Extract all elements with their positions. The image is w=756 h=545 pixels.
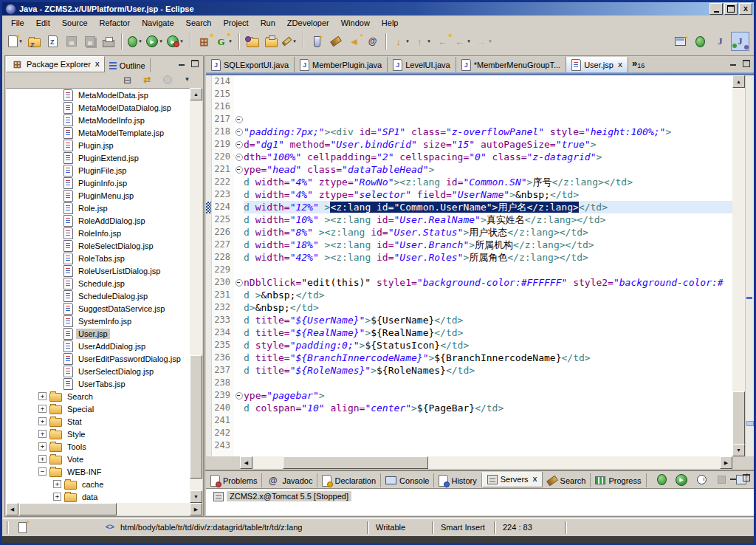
open-zcms-file-button[interactable]: Z	[25, 32, 44, 51]
code-line[interactable]: d title="${RealName}">${RealName}</td>	[244, 326, 732, 339]
code-line[interactable]: d title="${BranchInnercodeName}">${Branc…	[244, 352, 732, 364]
next-annotation-dropdown[interactable]: ▾	[405, 38, 410, 44]
tree-item-usertabs-jsp[interactable]: UserTabs.jsp	[6, 377, 190, 390]
tree-horizontal-scrollbar[interactable]: ◀ ▶	[6, 503, 202, 515]
zdeveloper-tool-button[interactable]: Z	[44, 32, 62, 51]
menu-zdeveloper[interactable]: ZDeveloper	[281, 17, 335, 29]
focus-filter-button[interactable]	[158, 70, 176, 89]
scroll-up-icon[interactable]: ▲	[190, 88, 202, 100]
menu-window[interactable]: Window	[335, 17, 376, 29]
scroll-right-icon[interactable]: ▶	[190, 503, 202, 515]
debug-dropdown[interactable]: ▾	[137, 38, 143, 44]
run-external-tools-dropdown[interactable]: ▾	[179, 38, 185, 44]
code-line[interactable]	[244, 113, 732, 126]
code-line[interactable]: d>&nbsp;</td>	[244, 301, 732, 314]
code-line[interactable]: d title="${RoleNames}">${RoleNames}</td>	[244, 364, 732, 377]
profile-server-button[interactable]	[693, 472, 711, 487]
fold-collapse-icon[interactable]	[236, 279, 243, 287]
previous-annotation-button[interactable]: ↑▾	[412, 32, 433, 51]
new-testcase-button[interactable]	[308, 32, 326, 51]
run-external-tools-button[interactable]: ▶▾	[165, 32, 186, 51]
menu-navigate[interactable]: Navigate	[136, 17, 179, 29]
editor-tab-levelui-java[interactable]: JLevelUI.java	[388, 57, 456, 72]
editor-maximize-button[interactable]	[740, 58, 752, 69]
tree-item-tools[interactable]: +Tools	[6, 440, 190, 453]
code-line[interactable]: dth="100%" cellpadding="2" cellspacing="…	[244, 151, 732, 163]
open-resource-button[interactable]	[262, 32, 281, 51]
debug-server-button[interactable]	[653, 472, 671, 487]
tree-item-cache[interactable]: +cache	[6, 478, 190, 490]
expand-toggle-icon[interactable]: +	[38, 442, 47, 450]
editor-tab-memberplugin-java[interactable]: JMemberPlugin.java	[295, 57, 388, 72]
tree-item-userselectdialog-jsp[interactable]: UserSelectDialog.jsp	[6, 365, 190, 377]
tree-item-roleselectdialog-jsp[interactable]: RoleSelectDialog.jsp	[6, 239, 190, 252]
expand-toggle-icon[interactable]: −	[38, 467, 47, 476]
scroll-thumb[interactable]	[190, 355, 202, 479]
code-line[interactable]: d style="padding:0;">${StatusIcon}</td>	[244, 339, 732, 352]
fold-collapse-icon[interactable]	[236, 116, 243, 123]
tree-item-roleuserlistdialog-jsp[interactable]: RoleUserListDialog.jsp	[6, 264, 190, 277]
tree-item-data[interactable]: +data	[6, 490, 190, 503]
code-line[interactable]	[244, 414, 732, 427]
close-icon[interactable]: X	[95, 61, 100, 68]
tree-item-roleadddialog-jsp[interactable]: RoleAddDialog.jsp	[6, 214, 190, 227]
tree-item-special[interactable]: +Special	[6, 402, 190, 415]
code-line[interactable]: ype="pagebar">	[244, 389, 732, 402]
view-tab-search[interactable]: Search	[543, 473, 591, 487]
tree-item-web-inf[interactable]: −WEB-INF	[6, 465, 190, 478]
window-minimize-button[interactable]	[709, 3, 723, 15]
code-line[interactable]: d width="18%" ><z:lang id="User.Branch">…	[244, 239, 732, 251]
view-tab-servers[interactable]: ServersX	[482, 472, 543, 487]
debug-button[interactable]: ▾	[126, 32, 145, 51]
next-annotation-button[interactable]: ↓▾	[391, 32, 412, 51]
expand-toggle-icon[interactable]: +	[38, 405, 47, 413]
last-edit-location-button[interactable]: ←	[433, 32, 452, 51]
fold-collapse-icon[interactable]	[236, 166, 243, 174]
menu-project[interactable]: Project	[217, 17, 254, 29]
scroll-right-icon[interactable]: ▶	[720, 456, 732, 469]
scroll-left-icon[interactable]: ◀	[6, 503, 18, 515]
new-announcement-button[interactable]: ◀	[345, 32, 363, 51]
save-button[interactable]	[62, 32, 80, 51]
menu-edit[interactable]: Edit	[30, 17, 56, 29]
tree-item-suggestdataservice-jsp[interactable]: SuggestDataService.jsp	[6, 302, 190, 315]
expand-toggle-icon[interactable]: +	[38, 417, 47, 425]
tree-item-stat[interactable]: +Stat	[6, 415, 190, 428]
back-dropdown[interactable]: ▾	[466, 38, 472, 44]
view-minimize-button[interactable]	[176, 58, 187, 69]
scroll-down-icon[interactable]: ▼	[190, 490, 202, 503]
view-tab-history[interactable]: History	[434, 473, 481, 487]
code-line[interactable]: d width="4%" ztype="selector" field="Use…	[244, 188, 732, 201]
menu-run[interactable]: Run	[255, 17, 281, 29]
java-perspective-button[interactable]: J	[731, 32, 749, 51]
menu-refactor[interactable]: Refactor	[94, 17, 137, 29]
scroll-up-icon[interactable]: ▲	[732, 75, 745, 88]
fold-collapse-icon[interactable]	[236, 128, 243, 136]
menu-search[interactable]: Search	[180, 17, 218, 29]
save-all-button[interactable]	[80, 32, 99, 51]
tree-item-useradddialog-jsp[interactable]: UserAddDialog.jsp	[6, 340, 190, 352]
fast-view-icon[interactable]	[18, 522, 27, 533]
close-icon[interactable]: X	[533, 476, 537, 483]
new-wizard-button[interactable]: ▾	[7, 32, 25, 51]
collapse-all-button[interactable]: ⊟	[118, 70, 137, 89]
run-button[interactable]: ▶▾	[145, 32, 165, 51]
tree-item-metamodelinfo-jsp[interactable]: MetaModelInfo.jsp	[6, 114, 190, 126]
view-tab-problems[interactable]: Problems	[206, 473, 262, 487]
fold-collapse-icon[interactable]	[236, 141, 243, 148]
java-browsing-perspective-button[interactable]: J	[711, 32, 729, 51]
tree-item-roletabs-jsp[interactable]: RoleTabs.jsp	[6, 252, 190, 264]
tree-item-style[interactable]: +Style	[6, 428, 190, 440]
open-type-button[interactable]	[244, 32, 262, 51]
tree-vertical-scrollbar[interactable]: ▲ ▼	[190, 88, 202, 503]
view-menu-button[interactable]: ▼	[178, 70, 196, 89]
view-tab-javadoc[interactable]: @Javadoc	[262, 473, 317, 487]
code-line[interactable]: "padding:7px;"><div id="SP1" class="z-ov…	[244, 126, 732, 138]
view-tab-declaration[interactable]: Declaration	[317, 473, 381, 487]
code-line[interactable]: d width="4%" ztype="RowNo"><z:lang id="C…	[244, 176, 732, 188]
code-editor[interactable]: 214215216217218"padding:7px;"><div id="S…	[212, 75, 732, 456]
tree-item-pluginfile-jsp[interactable]: PluginFile.jsp	[6, 164, 190, 176]
code-line[interactable]: nDblClick="edit(this)" style1="backgroun…	[244, 276, 732, 289]
window-maximize-button[interactable]	[724, 3, 738, 15]
tree-item-usereditpassworddialog-jsp[interactable]: UserEditPasswordDialog.jsp	[6, 352, 190, 365]
